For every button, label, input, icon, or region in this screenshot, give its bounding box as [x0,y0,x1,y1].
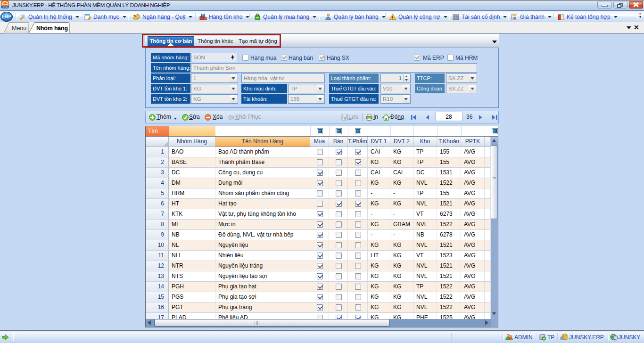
svg-text:Junsky: Junsky [2,6,8,8]
